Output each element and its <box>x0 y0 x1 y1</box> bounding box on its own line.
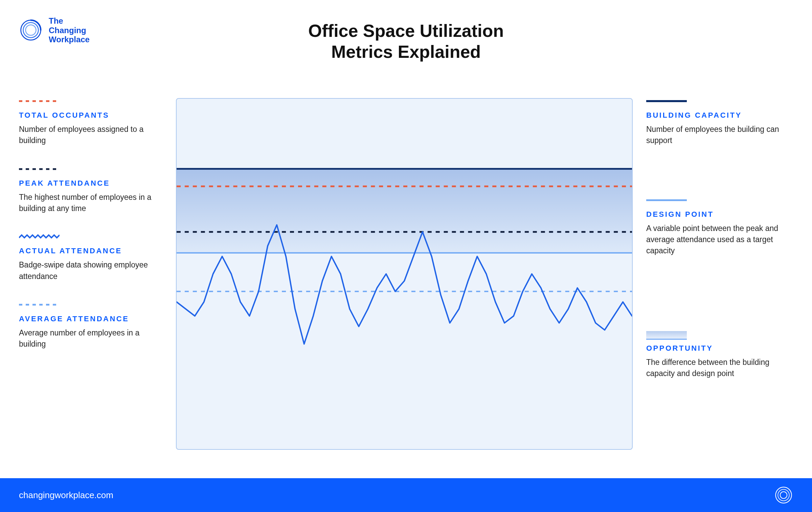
legend-desc: The highest number of employees in a bui… <box>19 192 158 214</box>
legend-label: TOTAL OCCUPANTS <box>19 111 164 120</box>
svg-point-17 <box>778 489 789 501</box>
legend-item: DESIGN POINT A variable point between th… <box>646 197 792 257</box>
legend-swatch <box>19 166 60 173</box>
legend-swatch <box>646 197 687 205</box>
legend-item: BUILDING CAPACITY Number of employees th… <box>646 98 792 146</box>
legend-item: AVERAGE ATTENDANCE Average number of emp… <box>19 302 164 350</box>
legend-desc: Average number of employees in a buildin… <box>19 327 158 350</box>
legend-desc: A variable point between the peak and av… <box>646 223 785 257</box>
footer-url: changingworkplace.com <box>19 490 113 501</box>
legend-item: ACTUAL ATTENDANCE Badge-swipe data showi… <box>19 234 164 282</box>
legend-swatch <box>646 331 687 339</box>
legend-desc: Number of employees assigned to a buildi… <box>19 124 158 146</box>
legend-desc: Badge-swipe data showing employee attend… <box>19 259 158 282</box>
footer-swirl-icon <box>774 486 793 505</box>
legend-label: BUILDING CAPACITY <box>646 111 792 120</box>
svg-rect-3 <box>177 169 632 253</box>
legend-label: AVERAGE ATTENDANCE <box>19 315 164 323</box>
page-title: Office Space Utilization Metrics Explain… <box>0 20 812 63</box>
legend-label: DESIGN POINT <box>646 210 792 219</box>
svg-rect-14 <box>646 331 687 339</box>
legend-right: BUILDING CAPACITY Number of employees th… <box>646 98 792 399</box>
legend-desc: Number of employees the building can sup… <box>646 124 785 146</box>
legend-item: TOTAL OCCUPANTS Number of employees assi… <box>19 98 164 146</box>
utilization-chart <box>176 98 633 450</box>
legend-label: ACTUAL ATTENDANCE <box>19 247 164 255</box>
legend-swatch <box>646 98 687 106</box>
legend-swatch <box>19 302 60 309</box>
legend-swatch <box>19 98 60 106</box>
legend-label: PEAK ATTENDANCE <box>19 179 164 188</box>
legend-desc: The difference between the building capa… <box>646 357 785 379</box>
legend-item: PEAK ATTENDANCE The highest number of em… <box>19 166 164 214</box>
legend-item: OPPORTUNITY The difference between the b… <box>646 331 792 379</box>
legend-left: TOTAL OCCUPANTS Number of employees assi… <box>19 98 164 370</box>
footer-bar: changingworkplace.com <box>0 478 812 512</box>
svg-point-18 <box>780 492 787 498</box>
legend-swatch <box>19 234 60 241</box>
legend-label: OPPORTUNITY <box>646 344 792 353</box>
